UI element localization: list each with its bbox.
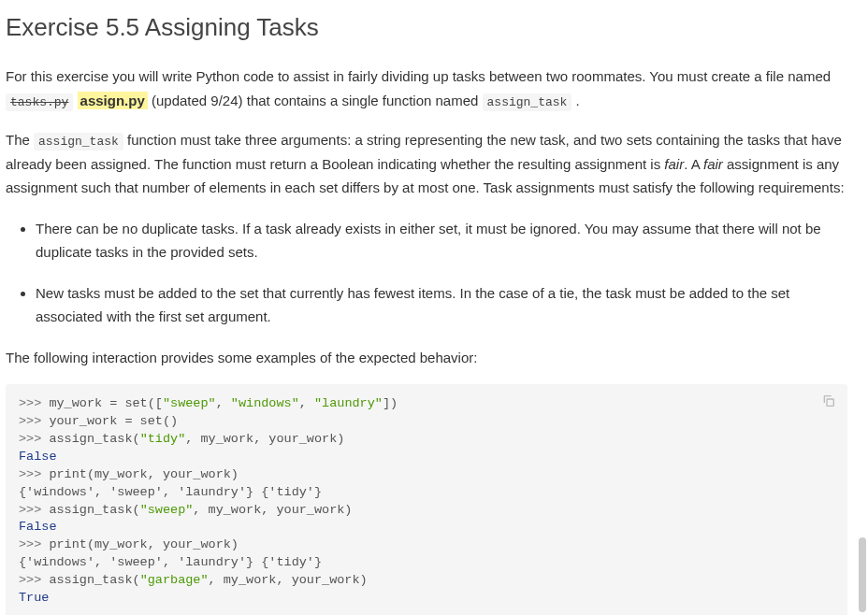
code-text: print(my_work, your_work)	[49, 537, 239, 551]
code-text: assign_task(	[49, 503, 139, 517]
code-text: print(my_work, your_work)	[49, 467, 239, 481]
fair-word: fair	[664, 156, 684, 172]
code-text: , my_work, your_work)	[209, 573, 368, 587]
code-text: , my_work, your_work)	[185, 432, 344, 446]
copy-icon[interactable]	[821, 393, 836, 408]
code-text: , my_work, your_work)	[193, 503, 352, 517]
string-literal: "tidy"	[140, 432, 186, 446]
examples-lead: The following interaction provides some …	[6, 346, 847, 370]
intro-paragraph-1: For this exercise you will write Python …	[6, 64, 847, 113]
old-filename: tasks.py	[6, 93, 73, 111]
fair-word: fair	[703, 156, 723, 172]
prompt: >>>	[19, 414, 49, 428]
boolean-literal: True	[19, 591, 49, 605]
list-item: New tasks must be added to the set that …	[36, 281, 847, 329]
string-literal: "sweep"	[140, 503, 194, 517]
prompt: >>>	[19, 537, 49, 551]
svg-rect-0	[827, 399, 833, 406]
boolean-literal: False	[19, 450, 57, 464]
text: For this exercise you will write Python …	[6, 68, 831, 84]
intro-paragraph-2: The assign_task function must take three…	[6, 128, 847, 200]
code-text: my_work = set([	[49, 396, 163, 410]
prompt: >>>	[19, 432, 49, 446]
string-literal: "windows"	[231, 396, 299, 410]
prompt: >>>	[19, 396, 49, 410]
code-text: your_work = set()	[49, 414, 178, 428]
scrollbar-thumb[interactable]	[859, 537, 866, 612]
code-text: assign_task(	[49, 432, 139, 446]
requirements-list: There can be no duplicate tasks. If a ta…	[6, 217, 847, 329]
code-text: ,	[216, 396, 231, 410]
function-name-code: assign_task	[483, 93, 572, 111]
output-text: {'windows', 'sweep', 'laundry'} {'tidy'}	[19, 555, 322, 569]
string-literal: "laundry"	[314, 396, 383, 410]
output-text: {'windows', 'sweep', 'laundry'} {'tidy'}	[19, 485, 322, 499]
exercise-content: Exercise 5.5 Assigning Tasks For this ex…	[6, 13, 847, 615]
string-literal: "sweep"	[163, 396, 216, 410]
code-example: >>> my_work = set(["sweep", "windows", "…	[6, 384, 847, 615]
text: The	[6, 132, 34, 148]
boolean-literal: False	[19, 520, 57, 534]
function-name-code: assign_task	[34, 133, 123, 150]
code-text: assign_task(	[49, 573, 139, 587]
prompt: >>>	[19, 503, 49, 517]
code-text: ,	[299, 396, 314, 410]
list-item: There can be no duplicate tasks. If a ta…	[36, 217, 847, 265]
new-filename: assign.py	[78, 92, 148, 109]
text: .	[576, 93, 580, 108]
text: (updated 9/24) that contains a single fu…	[152, 93, 483, 108]
page-title: Exercise 5.5 Assigning Tasks	[6, 13, 847, 42]
text: . A	[684, 156, 703, 172]
prompt: >>>	[19, 467, 49, 481]
string-literal: "garbage"	[140, 573, 209, 587]
prompt: >>>	[19, 573, 49, 587]
code-text: ])	[383, 396, 398, 410]
